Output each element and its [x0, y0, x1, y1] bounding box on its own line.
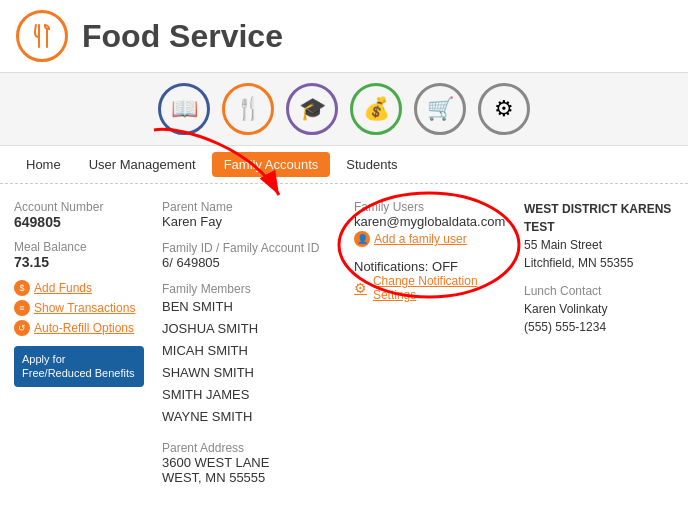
dining-nav-icon[interactable]: 🍴 — [222, 83, 274, 135]
parent-info-column: Parent Name Karen Fay Family ID / Family… — [154, 200, 344, 497]
header: Food Service — [0, 0, 688, 73]
settings-nav-icon[interactable]: ⚙ — [478, 83, 530, 135]
change-notification-settings-link[interactable]: ⚙ Change Notification Settings — [354, 274, 514, 302]
main-content: Account Number 649805 Meal Balance 73.15… — [0, 184, 688, 508]
family-id-value: 6/ 649805 — [162, 255, 336, 270]
tab-students[interactable]: Students — [334, 152, 409, 177]
district-info-column: WEST DISTRICT KARENS TEST 55 Main Street… — [524, 200, 674, 497]
lunch-contact-phone: (555) 555-1234 — [524, 318, 674, 336]
list-item: BEN SMITH — [162, 296, 336, 318]
meal-balance-value: 73.15 — [14, 254, 144, 270]
list-item: SHAWN SMITH — [162, 362, 336, 384]
tab-user-management[interactable]: User Management — [77, 152, 208, 177]
district-name-section: WEST DISTRICT KARENS TEST 55 Main Street… — [524, 200, 674, 272]
notifications-status: Notifications: OFF — [354, 259, 514, 274]
app-title: Food Service — [82, 18, 283, 55]
lunch-contact-section: Lunch Contact Karen Volinkaty (555) 555-… — [524, 284, 674, 336]
parent-name-value: Karen Fay — [162, 214, 336, 229]
parent-address-label: Parent Address — [162, 441, 336, 455]
parent-address-line2: WEST, MN 55555 — [162, 470, 336, 485]
meal-balance-section: Meal Balance 73.15 — [14, 240, 144, 270]
parent-address-line1: 3600 WEST LANE — [162, 455, 336, 470]
auto-refill-icon: ↺ — [14, 320, 30, 336]
list-item: WAYNE SMITH — [162, 406, 336, 428]
list-item: JOSHUA SMITH — [162, 318, 336, 340]
account-number-label: Account Number — [14, 200, 144, 214]
family-users-label: Family Users — [354, 200, 514, 214]
account-column: Account Number 649805 Meal Balance 73.15… — [14, 200, 144, 497]
graduation-nav-icon[interactable]: 🎓 — [286, 83, 338, 135]
tab-family-accounts[interactable]: Family Accounts — [212, 152, 331, 177]
district-address: 55 Main Street — [524, 236, 674, 254]
apply-free-reduced-button[interactable]: Apply for Free/Reduced Benefits — [14, 346, 144, 387]
parent-address-section: Parent Address 3600 WEST LANE WEST, MN 5… — [162, 441, 336, 485]
money-nav-icon[interactable]: 💰 — [350, 83, 402, 135]
family-members-section: Family Members BEN SMITH JOSHUA SMITH MI… — [162, 282, 336, 429]
notifications-section: Notifications: OFF ⚙ Change Notification… — [354, 259, 514, 302]
wallet-nav-icon[interactable]: 📖 — [158, 83, 210, 135]
family-id-label: Family ID / Family Account ID — [162, 241, 336, 255]
account-number-value: 649805 — [14, 214, 144, 230]
list-item: MICAH SMITH — [162, 340, 336, 362]
add-funds-icon: $ — [14, 280, 30, 296]
family-users-column: Family Users karen@myglobaldata.com 👤 Ad… — [354, 200, 514, 497]
meal-balance-label: Meal Balance — [14, 240, 144, 254]
family-members-label: Family Members — [162, 282, 336, 296]
tab-navigation: Home User Management Family Accounts Stu… — [0, 146, 688, 184]
header-logo — [16, 10, 68, 62]
tab-home[interactable]: Home — [14, 152, 73, 177]
lunch-contact-name: Karen Volinkaty — [524, 300, 674, 318]
transactions-icon: ≡ — [14, 300, 30, 316]
account-number-section: Account Number 649805 — [14, 200, 144, 230]
family-id-section: Family ID / Family Account ID 6/ 649805 — [162, 241, 336, 270]
add-funds-link[interactable]: $ Add Funds — [14, 280, 144, 296]
family-users-email: karen@myglobaldata.com — [354, 214, 514, 229]
district-city: Litchfield, MN 55355 — [524, 254, 674, 272]
cart-nav-icon[interactable]: 🛒 — [414, 83, 466, 135]
add-family-user-icon: 👤 — [354, 231, 370, 247]
add-family-user-link[interactable]: 👤 Add a family user — [354, 231, 514, 247]
parent-name-label: Parent Name — [162, 200, 336, 214]
icon-nav-bar: 📖 🍴 🎓 💰 🛒 ⚙ — [0, 73, 688, 146]
family-users-section: Family Users karen@myglobaldata.com 👤 Ad… — [354, 200, 514, 247]
parent-name-section: Parent Name Karen Fay — [162, 200, 336, 229]
district-name: WEST DISTRICT KARENS TEST — [524, 200, 674, 236]
list-item: SMITH JAMES — [162, 384, 336, 406]
auto-refill-link[interactable]: ↺ Auto-Refill Options — [14, 320, 144, 336]
gear-settings-icon: ⚙ — [354, 280, 369, 296]
family-members-list: BEN SMITH JOSHUA SMITH MICAH SMITH SHAWN… — [162, 296, 336, 429]
show-transactions-link[interactable]: ≡ Show Transactions — [14, 300, 144, 316]
lunch-contact-label: Lunch Contact — [524, 284, 674, 298]
